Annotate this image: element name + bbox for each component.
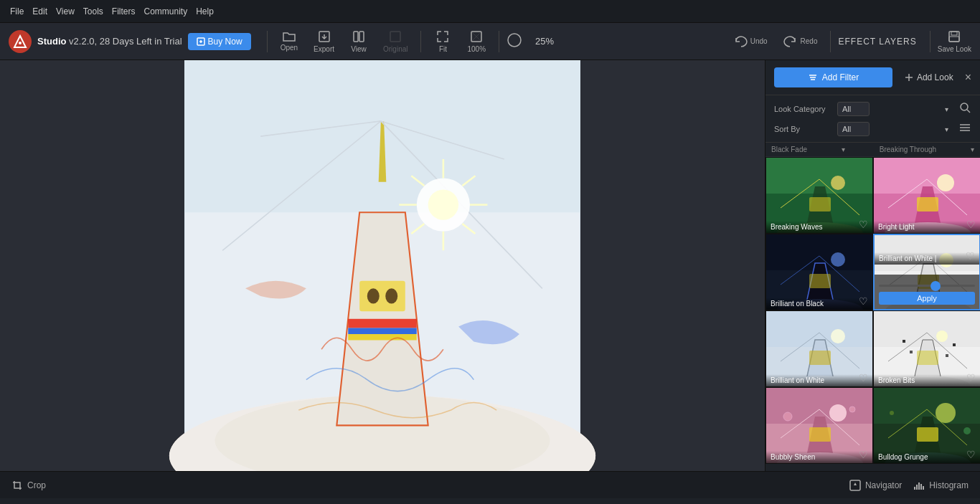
look-broken-bits-heart[interactable]: ♡ xyxy=(966,372,976,384)
effect-layers-label: EFFECT LAYERS xyxy=(838,37,916,47)
svg-point-89 xyxy=(831,176,845,190)
svg-rect-146 xyxy=(809,427,831,442)
svg-rect-125 xyxy=(809,351,831,365)
svg-point-8 xyxy=(508,34,521,47)
scroll-header-left: Black Fade xyxy=(771,146,807,153)
canvas-area xyxy=(0,60,765,471)
brand-icon xyxy=(9,30,32,53)
svg-point-78 xyxy=(961,103,968,110)
look-intensity-slider[interactable] xyxy=(879,285,975,287)
look-bubbly-sheen-label: Bubbly Sheen xyxy=(766,451,872,463)
svg-rect-134 xyxy=(910,351,913,353)
menu-item-file[interactable]: File xyxy=(7,5,27,18)
menu-item-view[interactable]: View xyxy=(53,5,77,18)
look-bulldog-grunge-label: Bulldog Grunge xyxy=(874,451,980,463)
navigator-button[interactable]: Navigator xyxy=(849,480,902,491)
toolbar: Studio v2.2.0, 28 Days Left in Trial Buy… xyxy=(0,23,980,60)
menu-item-filters[interactable]: Filters xyxy=(109,5,138,18)
search-button[interactable] xyxy=(958,101,971,117)
brand-name: Studio v2.2.0, 28 Days Left in Trial xyxy=(37,36,182,47)
redo-button[interactable]: Redo xyxy=(778,32,824,52)
svg-rect-156 xyxy=(917,427,938,442)
open-button[interactable]: Open xyxy=(275,28,303,54)
look-breaking-waves[interactable]: Breaking Waves ♡ xyxy=(765,157,873,234)
svg-point-66 xyxy=(428,189,458,219)
svg-rect-90 xyxy=(809,197,831,211)
look-bulldog-grunge[interactable]: Bulldog Grunge ♡ xyxy=(873,387,980,464)
save-look-button[interactable]: Save Look xyxy=(938,29,971,53)
scroll-header-right: Breaking Through xyxy=(880,146,936,153)
svg-rect-11 xyxy=(949,37,959,42)
svg-rect-164 xyxy=(923,486,924,490)
menu-item-community[interactable]: Community xyxy=(141,5,191,18)
look-bubbly-sheen[interactable]: Bubbly Sheen ♡ xyxy=(765,387,873,464)
crop-button[interactable]: Crop xyxy=(11,480,46,491)
export-button[interactable]: Export xyxy=(308,27,340,56)
menu-item-tools[interactable]: Tools xyxy=(80,5,106,18)
look-bright-light-heart[interactable]: ♡ xyxy=(966,219,976,230)
right-panel: Add Filter Add Look × Look Category All xyxy=(765,60,980,471)
sort-by-select[interactable]: All xyxy=(837,122,870,136)
look-bulldog-grunge-heart[interactable]: ♡ xyxy=(966,449,976,460)
add-filter-button[interactable]: Add Filter xyxy=(774,67,892,87)
close-panel-button[interactable]: × xyxy=(965,71,971,84)
svg-point-1 xyxy=(19,42,22,44)
look-brilliant-on-white-1[interactable]: Apply Brilliant on White | ♡ xyxy=(873,234,980,310)
svg-point-148 xyxy=(849,406,855,412)
look-category-select[interactable]: All xyxy=(837,102,870,116)
fit-button[interactable]: Fit xyxy=(428,27,457,56)
look-bright-light[interactable]: Bright Light ♡ xyxy=(873,157,980,234)
scroll-header-chevron-right: ▾ xyxy=(971,146,974,153)
original-button[interactable]: Original xyxy=(377,27,413,56)
look-brilliant-on-white-2-heart[interactable]: ♡ xyxy=(859,372,868,384)
menu-item-help[interactable]: Help xyxy=(193,5,217,18)
svg-rect-57 xyxy=(383,319,417,328)
look-brilliant-on-white-1-label: Brilliant on White | xyxy=(875,252,979,265)
look-bubbly-sheen-heart[interactable]: ♡ xyxy=(859,449,868,460)
look-brilliant-on-black-heart[interactable]: ♡ xyxy=(859,295,868,307)
svg-point-145 xyxy=(829,404,847,422)
looks-row-3: Brilliant on White ♡ xyxy=(765,310,980,387)
look-category-label: Look Category xyxy=(774,105,831,113)
hundred-percent-button[interactable]: 100% xyxy=(461,27,491,56)
svg-rect-49 xyxy=(383,60,580,212)
svg-rect-161 xyxy=(916,485,918,490)
undo-button[interactable]: Undo xyxy=(727,32,773,52)
look-broken-bits-label: Broken Bits xyxy=(874,374,980,386)
svg-rect-4 xyxy=(354,32,358,42)
look-breaking-waves-label: Breaking Waves xyxy=(766,221,872,233)
buy-now-button[interactable]: Buy Now xyxy=(188,33,251,50)
look-broken-bits[interactable]: Broken Bits ♡ xyxy=(873,310,980,387)
look-brilliant-on-white-1-heart[interactable]: ♡ xyxy=(966,250,975,262)
main-area: Add Filter Add Look × Look Category All xyxy=(0,60,980,471)
separator-1 xyxy=(267,31,268,52)
zoom-circle-button[interactable] xyxy=(507,32,522,50)
separator-5 xyxy=(930,31,930,52)
svg-point-158 xyxy=(963,427,971,434)
scroll-header-chevron-left: ▾ xyxy=(842,146,845,153)
list-view-button[interactable] xyxy=(958,121,971,136)
apply-look-button[interactable]: Apply xyxy=(879,292,975,305)
look-brilliant-on-white-2-label: Brilliant on White xyxy=(766,374,872,386)
svg-point-56 xyxy=(385,288,397,303)
apply-overlay: Apply xyxy=(875,275,979,309)
bottom-bar: Crop Navigator Histogram xyxy=(0,471,980,498)
canvas-right xyxy=(383,60,765,471)
svg-point-147 xyxy=(783,412,792,421)
sort-by-label: Sort By xyxy=(774,125,831,133)
histogram-button[interactable]: Histogram xyxy=(913,480,969,491)
menu-item-edit[interactable]: Edit xyxy=(29,5,50,18)
svg-rect-59 xyxy=(383,334,417,340)
svg-rect-163 xyxy=(920,484,922,490)
look-breaking-waves-heart[interactable]: ♡ xyxy=(859,219,868,230)
look-bright-light-label: Bright Light xyxy=(874,221,980,233)
svg-point-106 xyxy=(831,252,845,267)
add-look-button[interactable]: Add Look xyxy=(898,67,959,87)
svg-rect-58 xyxy=(383,328,417,334)
view-button[interactable]: View xyxy=(344,27,373,56)
look-brilliant-on-white-2[interactable]: Brilliant on White ♡ xyxy=(765,310,873,387)
menu-bar: File Edit View Tools Filters Community H… xyxy=(0,0,980,23)
svg-rect-160 xyxy=(914,487,915,490)
look-brilliant-on-black[interactable]: Brilliant on Black ♡ xyxy=(765,234,873,310)
scroll-header: Black Fade ▾ Breaking Through ▾ xyxy=(765,143,980,157)
